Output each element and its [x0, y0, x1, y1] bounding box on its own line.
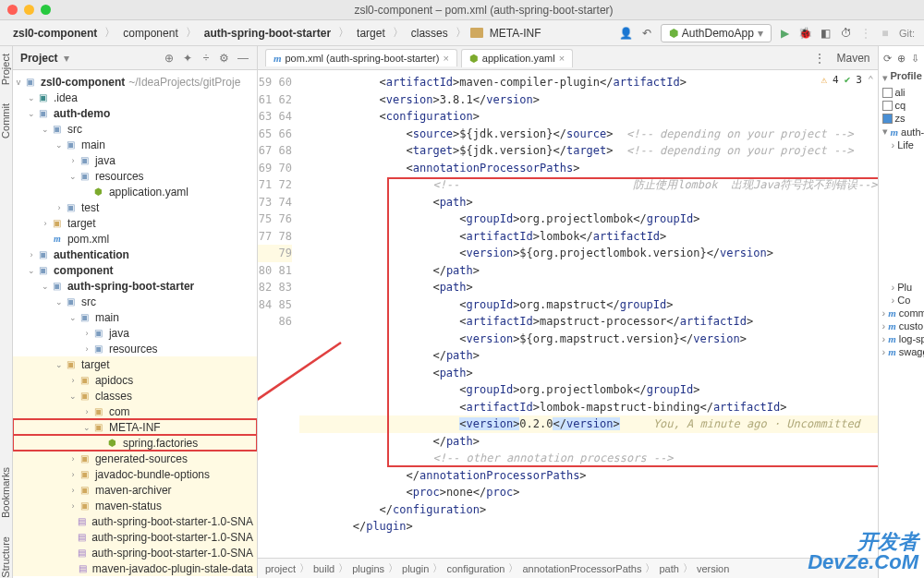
bc-item[interactable]: auth-spring-boot-starter: [201, 25, 334, 42]
tree-item[interactable]: ⌄▣auth-demo: [13, 105, 257, 121]
tree-item[interactable]: ›▣test: [13, 199, 257, 215]
refresh-icon[interactable]: ⟳: [882, 52, 894, 65]
maven-item[interactable]: Life: [897, 139, 914, 151]
tree-item[interactable]: ›▣target: [13, 215, 257, 231]
tree-item[interactable]: ⌄▣src: [13, 121, 257, 137]
stop-icon[interactable]: ■: [879, 27, 892, 40]
crumb-item[interactable]: version: [697, 563, 729, 574]
tree-item[interactable]: ▤auth-spring-boot-starter-1.0-SNA: [13, 529, 257, 545]
tree-item[interactable]: ›▣java: [13, 325, 257, 341]
code-area[interactable]: <artifactId>maven-compiler-plugin</artif…: [299, 70, 878, 558]
tree-item[interactable]: ⌄▣src: [13, 294, 257, 309]
tree-item[interactable]: ⌄▣target: [13, 356, 257, 372]
tree-item[interactable]: ⌄▣main: [13, 137, 257, 152]
profiles-header[interactable]: Profile: [891, 70, 922, 81]
breadcrumb: zsl0-component 〉 component 〉 auth-spring…: [9, 25, 620, 42]
editor-tabs: m pom.xml (auth-spring-boot-starter) × ⬢…: [258, 46, 878, 70]
tree-item[interactable]: ⌄▣classes: [13, 388, 257, 403]
generate-icon[interactable]: ⊕: [895, 52, 906, 65]
close-icon[interactable]: ×: [443, 53, 448, 64]
project-tool[interactable]: Project: [0, 54, 11, 85]
maven-project[interactable]: auth-: [901, 126, 924, 138]
tree-item[interactable]: ›▣java: [13, 152, 257, 168]
tree-item[interactable]: ⬢application.yaml: [13, 184, 257, 199]
back-icon[interactable]: ↶: [640, 27, 653, 40]
tree-item[interactable]: ⌄▣component: [13, 262, 257, 278]
titlebar: zsl0-component – pom.xml (auth-spring-bo…: [0, 0, 924, 20]
tab-options-icon[interactable]: ⋮: [813, 52, 826, 65]
coverage-icon[interactable]: ◧: [820, 27, 833, 40]
settings-icon[interactable]: ⚙: [218, 52, 231, 65]
bc-root[interactable]: zsl0-component: [9, 25, 101, 42]
profile-item[interactable]: ali: [895, 87, 906, 98]
close-icon[interactable]: ×: [559, 53, 565, 64]
tab-label: application.yaml: [482, 53, 555, 64]
tree-item[interactable]: ⌄▣META-INF: [13, 419, 257, 435]
crumb-item[interactable]: configuration: [446, 563, 505, 574]
tree-item[interactable]: ›▣maven-status: [13, 498, 257, 513]
tree-item[interactable]: ⌄▣auth-spring-boot-starter: [13, 278, 257, 294]
crumb-item[interactable]: plugins: [352, 563, 384, 574]
gutter[interactable]: 59 60 61 62 63 64 65 66 67 68 69 70 71 7…: [258, 70, 299, 558]
crumb-item[interactable]: project: [265, 563, 296, 574]
bc-item[interactable]: classes: [407, 25, 452, 42]
bookmarks-tool[interactable]: Bookmarks: [0, 467, 11, 518]
commit-tool[interactable]: Commit: [0, 103, 11, 138]
tree-item[interactable]: ⬢spring.factories: [13, 435, 257, 451]
run-config-selector[interactable]: ⬢ AuthDemoApp ▾: [661, 24, 772, 42]
expand-icon[interactable]: ✦: [181, 52, 194, 65]
maven-item[interactable]: Plu: [897, 282, 912, 293]
profile-icon[interactable]: ⏱: [840, 27, 853, 40]
maven-tool[interactable]: Maven: [837, 52, 870, 65]
bc-item[interactable]: target: [353, 25, 389, 42]
maven-project[interactable]: swagg: [899, 346, 924, 357]
maven-item[interactable]: Co: [897, 295, 910, 306]
tree-item[interactable]: ▤auth-spring-boot-starter-1.0-SNA: [13, 513, 257, 529]
maven-project[interactable]: custo: [899, 320, 923, 331]
tree-item[interactable]: ⌄▣main: [13, 309, 257, 325]
tree-item[interactable]: ▤auth-spring-boot-starter-1.0-SNA: [13, 545, 257, 560]
tab-label: pom.xml (auth-spring-boot-starter): [285, 53, 439, 64]
tab-pom[interactable]: m pom.xml (auth-spring-boot-starter) ×: [265, 49, 457, 66]
editor-body[interactable]: ⚠4 ✔3 ⌃ 59 60 61 62 63 64 65 66 67 68 69…: [258, 70, 878, 558]
hide-icon[interactable]: —: [237, 52, 249, 65]
tree-item[interactable]: ›▣com: [13, 403, 257, 419]
tree-item[interactable]: ▤maven-javadoc-plugin-stale-data: [13, 560, 257, 576]
debug-icon[interactable]: 🐞: [799, 27, 812, 40]
tree-item[interactable]: ⌄▣resources: [13, 168, 257, 184]
select-opened-icon[interactable]: ⊕: [163, 52, 176, 65]
profile-item[interactable]: cq: [895, 100, 906, 111]
close-icon[interactable]: [7, 5, 18, 15]
maven-project[interactable]: comm: [899, 307, 924, 319]
structure-tool[interactable]: Structure: [0, 536, 11, 578]
crumb-item[interactable]: build: [313, 563, 334, 574]
user-icon[interactable]: 👤: [620, 27, 633, 40]
watermark: 开发者 DevZe.CoM: [808, 532, 918, 572]
editor-breadcrumb[interactable]: project 〉 build 〉 plugins 〉 plugin 〉 con…: [258, 558, 878, 578]
git-label: Git:: [899, 28, 915, 39]
tree-item[interactable]: ›▣apidocs: [13, 372, 257, 388]
crumb-item[interactable]: plugin: [402, 563, 429, 574]
tab-yaml[interactable]: ⬢ application.yaml ×: [461, 49, 573, 67]
toolbar: zsl0-component 〉 component 〉 auth-spring…: [0, 20, 924, 46]
bc-item[interactable]: component: [119, 25, 181, 42]
download-icon[interactable]: ⇩: [909, 52, 920, 65]
maven-project[interactable]: log-sp: [899, 333, 924, 344]
tree-item[interactable]: ›▣javadoc-bundle-options: [13, 466, 257, 482]
project-tree[interactable]: v▣zsl0-component~/IdeaProjects/gitProje⌄…: [13, 70, 257, 578]
bc-item[interactable]: META-INF: [486, 25, 545, 42]
tree-item[interactable]: mpom.xml: [13, 231, 257, 247]
tree-item[interactable]: ⌄▣.idea: [13, 90, 257, 105]
run-icon[interactable]: ▶: [779, 27, 792, 40]
window-controls[interactable]: [7, 5, 51, 15]
maximize-icon[interactable]: [41, 5, 51, 15]
crumb-item[interactable]: path: [659, 563, 678, 574]
tree-item[interactable]: ›▣resources: [13, 341, 257, 356]
crumb-item[interactable]: annotationProcessorPaths: [522, 563, 641, 574]
tree-item[interactable]: ›▣maven-archiver: [13, 482, 257, 498]
tree-item[interactable]: ›▣generated-sources: [13, 451, 257, 466]
tree-item[interactable]: ›▣authentication: [13, 247, 257, 262]
minimize-icon[interactable]: [24, 5, 34, 15]
collapse-icon[interactable]: ÷: [200, 52, 213, 65]
profile-item[interactable]: zs: [895, 113, 906, 124]
